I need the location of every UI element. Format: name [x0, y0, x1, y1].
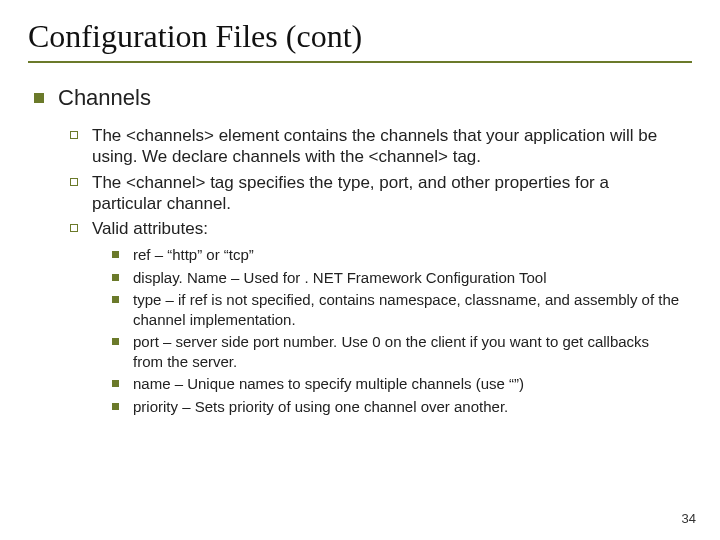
body-text: display. Name – Used for . NET Framework… [133, 268, 547, 288]
section-heading: Channels [58, 85, 151, 111]
hollow-square-bullet-icon [70, 178, 78, 186]
list-item: name – Unique names to specify multiple … [112, 374, 692, 394]
slide: Configuration Files (cont) Channels The … [0, 0, 720, 540]
level1-list: Channels [34, 85, 692, 111]
body-text: Valid attributes: [92, 218, 208, 239]
square-bullet-icon [34, 93, 44, 103]
list-item: ref – “http” or “tcp” [112, 245, 692, 265]
hollow-square-bullet-icon [70, 131, 78, 139]
page-number: 34 [682, 511, 696, 526]
list-item: display. Name – Used for . NET Framework… [112, 268, 692, 288]
list-item: The <channels> element contains the chan… [70, 125, 692, 168]
level2-list: The <channels> element contains the chan… [70, 125, 692, 239]
small-square-bullet-icon [112, 274, 119, 281]
list-item: Channels [34, 85, 692, 111]
list-item: The <channel> tag specifies the type, po… [70, 172, 692, 215]
small-square-bullet-icon [112, 296, 119, 303]
hollow-square-bullet-icon [70, 224, 78, 232]
body-text: The <channel> tag specifies the type, po… [92, 172, 672, 215]
body-text: port – server side port number. Use 0 on… [133, 332, 683, 371]
body-text: The <channels> element contains the chan… [92, 125, 672, 168]
body-text: type – if ref is not specified, contains… [133, 290, 683, 329]
level3-list: ref – “http” or “tcp” display. Name – Us… [112, 245, 692, 416]
small-square-bullet-icon [112, 338, 119, 345]
slide-title: Configuration Files (cont) [28, 18, 692, 63]
list-item: priority – Sets priority of using one ch… [112, 397, 692, 417]
list-item: Valid attributes: [70, 218, 692, 239]
body-text: priority – Sets priority of using one ch… [133, 397, 508, 417]
small-square-bullet-icon [112, 403, 119, 410]
body-text: name – Unique names to specify multiple … [133, 374, 524, 394]
small-square-bullet-icon [112, 380, 119, 387]
list-item: port – server side port number. Use 0 on… [112, 332, 692, 371]
small-square-bullet-icon [112, 251, 119, 258]
body-text: ref – “http” or “tcp” [133, 245, 254, 265]
list-item: type – if ref is not specified, contains… [112, 290, 692, 329]
